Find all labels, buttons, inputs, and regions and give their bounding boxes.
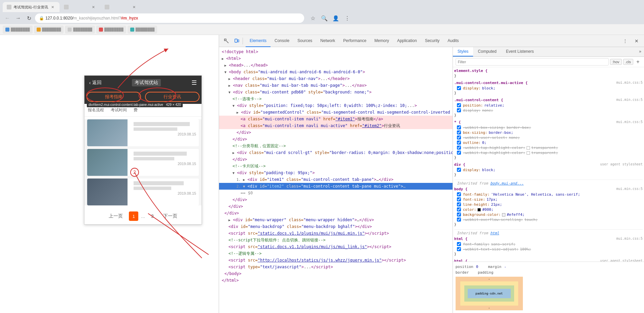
dom-div-padding[interactable]: ▼ <div style="padding-top: 95px;"> <box>219 169 453 176</box>
prop-check-7[interactable] <box>457 141 461 145</box>
filter-hov-btn[interactable]: :hov <box>610 59 622 65</box>
star-button[interactable]: ☆ <box>308 13 318 23</box>
url-bar[interactable]: 🔒 127.0.0.1:8020/m_kaoshijiayouzhan.html… <box>35 13 304 23</box>
last-page[interactable]: 3 <box>148 212 157 220</box>
tab-close-2[interactable]: ✕ <box>91 4 96 10</box>
devtools-more-btn[interactable]: ⋮ <box>620 36 630 46</box>
dom-div-card-scroll[interactable]: ▶ <div class="mui-card scroll-gt" style=… <box>219 149 453 156</box>
bookmark-1[interactable]: ████████ <box>3 26 33 34</box>
rule-source-3[interactable]: mui.min.css:5 <box>616 98 643 103</box>
mobile-card-1[interactable]: 2019.08.15 <box>87 119 199 146</box>
prop-check-17[interactable] <box>457 242 461 246</box>
tab-elements[interactable]: Elements <box>246 35 271 47</box>
filter-cls-btn[interactable]: .cls <box>623 59 634 65</box>
styles-content: element.style { } .mui-control-content.m… <box>453 67 644 262</box>
styles-tab-computed[interactable]: Computed <box>473 47 501 56</box>
forward-button[interactable]: → <box>13 13 23 23</box>
inspect-element-btn[interactable] <box>222 36 231 46</box>
prop-check-16[interactable] <box>457 218 461 222</box>
add-style-btn[interactable]: + <box>635 58 641 65</box>
dom-div-segmented[interactable]: ▶ <div id="segmentedControl" class="mui-… <box>219 109 453 116</box>
bookmark-5[interactable]: ████████ <box>128 26 157 34</box>
dom-nav[interactable]: ▶ <nav class="mui-bar mui-bar-tab mui-ba… <box>219 82 453 89</box>
color-swatch-transparent <box>527 146 530 150</box>
dom-div-menu-backdrop[interactable]: <div id="menu-backdrop" class="menu-back… <box>219 223 453 230</box>
styles-tab-event-listeners[interactable]: Event Listeners <box>501 47 539 56</box>
mobile-menu-btn[interactable]: ☰ <box>191 79 197 86</box>
cat-item-3[interactable]: 费 <box>130 106 141 114</box>
prop-check-11[interactable] <box>457 192 461 196</box>
tab-active[interactable]: 考试驾优站-行业资讯 ✕ <box>3 2 60 12</box>
dom-close-div1: </div> <box>219 129 453 136</box>
dom-div-item2-selected[interactable]: 2. ▼ <div id="item2" class="mui-control-… <box>219 183 453 190</box>
bookmark-3[interactable]: ████████ <box>65 26 95 34</box>
bookmark-2[interactable]: ████████ <box>34 26 64 34</box>
prop-check-14[interactable] <box>457 207 461 211</box>
mobile-back-btn[interactable]: ‹ 返回 <box>89 80 102 86</box>
mobile-card-3[interactable]: 2019.08.15 <box>87 179 199 205</box>
tab-network[interactable]: Network <box>316 35 339 47</box>
bookmark-label-2: ████████ <box>42 28 61 31</box>
dom-header[interactable]: ▶ <header class="mui-bar mui-bar-nav">..… <box>219 75 453 82</box>
dom-div-menu-wrapper[interactable]: ▶ <div id="menu-wrapper" class="menu-wra… <box>219 217 453 223</box>
tab-sources[interactable]: Sources <box>293 35 316 47</box>
tab-memory[interactable]: Memory <box>370 35 393 47</box>
dom-div-fixed[interactable]: ▼ <div style="position: fixed;top: 50px;… <box>219 102 453 109</box>
device-toggle-btn[interactable] <box>232 36 241 46</box>
dom-head[interactable]: ▶ <head>...</head> <box>219 62 453 69</box>
bookmark-4[interactable]: ████████ <box>96 26 126 34</box>
mobile-card-2[interactable]: 2019.08.15 <box>87 149 199 176</box>
dom-a-item2[interactable]: <a class="mui-control-item navli mui-act… <box>219 122 453 129</box>
cat-item-2[interactable]: 考试时间 <box>107 106 130 114</box>
mobile-tab-2[interactable]: 行业资讯 <box>145 92 200 102</box>
tab-security[interactable]: Security <box>421 35 443 47</box>
profile-button[interactable]: 👤 <box>331 13 341 23</box>
cat-item-1[interactable]: 报名流程 <box>84 106 107 114</box>
mobile-tab2-label: 行业资讯 <box>164 94 181 99</box>
tab-close-3[interactable]: ✕ <box>132 4 137 10</box>
tab-close-btn[interactable]: ✕ <box>50 4 56 10</box>
style-prop-overflow-scroll: -webkit-overflow-scrolling: touch; <box>454 217 643 222</box>
dom-div-item1[interactable]: 1. ▶ <div id="item1" class="mui-control-… <box>219 176 453 183</box>
search-button[interactable]: 🔍 <box>320 13 329 23</box>
dom-div-content[interactable]: ▼ <div class="mui-content pdb60" style="… <box>219 89 453 95</box>
prop-check-10[interactable] <box>457 168 461 172</box>
tab-audits[interactable]: Audits <box>443 35 463 47</box>
rule-source-2[interactable]: mui.min.css:5 <box>616 81 643 86</box>
styles-tab-more[interactable]: » <box>636 47 644 56</box>
dom-body-open[interactable]: ▼ <body class="mui-android mui-android-6… <box>219 69 453 75</box>
reload-button[interactable]: ↻ <box>24 13 34 23</box>
tab-3[interactable]: ✕ <box>101 2 141 12</box>
tab-performance[interactable]: Performance <box>339 35 370 47</box>
prop-check-5[interactable] <box>457 130 461 134</box>
prop-check-6[interactable] <box>457 135 461 140</box>
prop-check-13[interactable] <box>457 202 461 206</box>
prop-check-12[interactable] <box>457 197 461 201</box>
menu-button[interactable]: ⋮ <box>343 13 352 23</box>
main-area: div#item2.mui-control-content.tab-pane.m… <box>0 35 644 313</box>
prop-check-15[interactable] <box>457 212 461 217</box>
filter-input[interactable] <box>456 58 609 66</box>
rule-source-html[interactable]: mui.min.css:5 <box>616 237 643 242</box>
tab-application[interactable]: Application <box>393 35 421 47</box>
dom-html-open[interactable]: ▶ <html> <box>219 55 453 62</box>
prev-page-btn[interactable]: 上一页 <box>105 212 126 221</box>
devtools-close-btn[interactable]: ✕ <box>632 36 641 46</box>
next-page-btn[interactable]: 下一页 <box>160 212 181 221</box>
tab-2[interactable]: ✕ <box>60 2 100 12</box>
dom-a-item1[interactable]: <a class="mui-control-item navli" href="… <box>219 116 453 122</box>
prop-check-4[interactable] <box>457 125 461 129</box>
styles-tab-styles[interactable]: Styles <box>453 47 473 56</box>
mobile-tab-1[interactable]: 报考指南 <box>86 92 141 102</box>
prop-check-9[interactable] <box>457 151 461 155</box>
prop-check-1[interactable] <box>457 86 461 90</box>
rule-source-4[interactable]: mui.min.css:5 <box>616 120 643 125</box>
back-button[interactable]: ← <box>3 13 12 23</box>
tab-favicon-3 <box>105 5 109 9</box>
rule-source-body[interactable]: mui.min.css:5 <box>616 187 643 192</box>
prop-check-2[interactable] <box>457 103 461 107</box>
prop-check-3[interactable] <box>457 108 461 112</box>
prop-check-8[interactable] <box>457 146 461 150</box>
prop-check-18[interactable] <box>457 247 461 251</box>
tab-console[interactable]: Console <box>271 35 293 47</box>
